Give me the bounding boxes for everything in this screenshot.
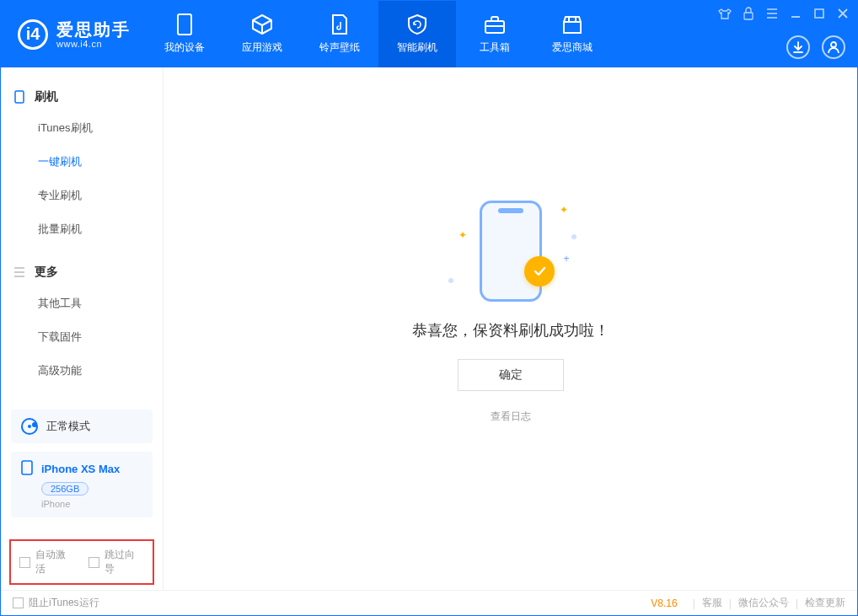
sidebar-group-label: 刷机 [35,89,58,104]
nav-ringtone-wallpaper[interactable]: 铃声壁纸 [301,1,378,67]
device-mode-box[interactable]: 正常模式 [11,410,153,443]
nav-label: 应用游戏 [242,40,282,55]
footer-link-update[interactable]: 检查更新 [805,596,845,610]
music-file-icon [329,13,351,35]
menu-icon[interactable] [764,6,780,21]
sidebar-item-oneclick-flash[interactable]: 一键刷机 [38,145,163,179]
checkbox-icon [88,557,99,568]
footer-link-wechat[interactable]: 微信公众号 [738,596,789,610]
highlighted-options: 自动激活 跳过向导 [9,539,154,585]
checkbox-icon [19,557,30,568]
sidebar: 刷机 iTunes刷机 一键刷机 专业刷机 批量刷机 更多 其他工具 下载固件 … [1,67,164,590]
sidebar-item-advanced[interactable]: 高级功能 [38,354,163,388]
nav-smart-flash[interactable]: 智能刷机 [378,1,456,67]
svg-rect-3 [815,9,823,18]
success-illustration: ✦ ✦ + [443,201,578,302]
sparkle-icon: ✦ [458,229,467,241]
device-icon [174,13,196,35]
lock-icon[interactable] [741,6,756,21]
sidebar-item-pro-flash[interactable]: 专业刷机 [38,179,163,212]
main-nav: 我的设备 应用游戏 铃声壁纸 智能刷机 工具箱 爱思商城 [146,1,611,67]
nav-apps-games[interactable]: 应用游戏 [223,1,301,67]
sidebar-item-batch-flash[interactable]: 批量刷机 [38,212,163,246]
checkbox-label: 自动激活 [35,548,75,576]
phone-icon [13,90,26,104]
sidebar-group-label: 更多 [35,265,58,280]
app-header: i4 爱思助手 www.i4.cn 我的设备 应用游戏 铃声壁纸 智能刷机 工具… [1,1,857,67]
sidebar-group-more: 更多 [1,258,163,287]
nav-label: 我的设备 [164,40,205,55]
main-content: ✦ ✦ + 恭喜您，保资料刷机成功啦！ 确定 查看日志 [164,67,857,590]
nav-label: 工具箱 [480,40,510,55]
user-button[interactable] [822,35,845,59]
dot-icon [448,278,453,283]
svg-rect-0 [178,14,191,35]
ok-button[interactable]: 确定 [458,359,564,391]
close-button[interactable] [835,6,850,21]
sidebar-item-download-firmware[interactable]: 下载固件 [38,320,163,354]
minimize-button[interactable] [788,6,803,21]
download-button[interactable] [786,35,810,59]
phone-illustration-icon [480,201,542,302]
sidebar-group-flash: 刷机 [1,83,163,111]
list-icon [13,265,26,279]
checkbox-label: 跳过向导 [105,548,144,576]
nav-store[interactable]: 爱思商城 [534,1,611,67]
app-logo: i4 爱思助手 www.i4.cn [1,1,146,67]
toolbox-icon [484,13,506,35]
svg-rect-7 [22,461,32,474]
dot-icon [571,234,576,239]
window-controls [717,6,850,21]
checkbox-auto-activate[interactable]: 自动激活 [19,548,75,576]
header-actions [786,35,845,59]
svg-rect-5 [15,91,24,103]
svg-rect-2 [744,13,753,19]
device-storage: 256GB [41,482,88,495]
status-bar: 阻止iTunes运行 V8.16 | 客服 | 微信公众号 | 检查更新 [1,590,857,615]
device-type: iPhone [41,499,142,509]
cube-icon [251,13,273,35]
logo-icon: i4 [18,19,48,50]
nav-toolbox[interactable]: 工具箱 [456,1,534,67]
app-name: 爱思助手 [56,20,131,39]
tshirt-icon[interactable] [717,6,732,21]
success-message: 恭喜您，保资料刷机成功啦！ [412,320,609,340]
refresh-shield-icon [406,13,428,35]
footer-link-support[interactable]: 客服 [702,596,722,610]
mode-icon [21,418,38,435]
mode-label: 正常模式 [46,419,90,434]
version-label: V8.16 [651,597,677,609]
device-name: iPhone XS Max [41,463,120,475]
store-icon [561,13,583,35]
checkbox-block-itunes[interactable]: 阻止iTunes运行 [13,596,99,610]
svg-point-6 [28,425,31,428]
checkbox-icon [13,597,24,608]
device-info-box[interactable]: iPhone XS Max 256GB iPhone [11,452,153,517]
sidebar-item-itunes-flash[interactable]: iTunes刷机 [38,111,163,145]
view-log-link[interactable]: 查看日志 [491,410,531,424]
nav-label: 智能刷机 [397,40,437,55]
checkbox-skip-guide[interactable]: 跳过向导 [88,548,144,576]
nav-label: 铃声壁纸 [319,40,360,55]
sparkle-icon: ✦ [560,204,568,216]
checkbox-label: 阻止iTunes运行 [29,596,99,610]
sidebar-item-other-tools[interactable]: 其他工具 [38,287,163,320]
sparkle-icon: + [563,253,569,265]
nav-label: 爱思商城 [552,40,593,55]
success-check-icon [524,256,555,287]
app-body: 刷机 iTunes刷机 一键刷机 专业刷机 批量刷机 更多 其他工具 下载固件 … [1,67,857,590]
nav-my-device[interactable]: 我的设备 [146,1,223,67]
app-url: www.i4.cn [56,39,131,49]
phone-icon [21,460,35,477]
maximize-button[interactable] [812,6,827,21]
svg-point-4 [831,42,836,47]
